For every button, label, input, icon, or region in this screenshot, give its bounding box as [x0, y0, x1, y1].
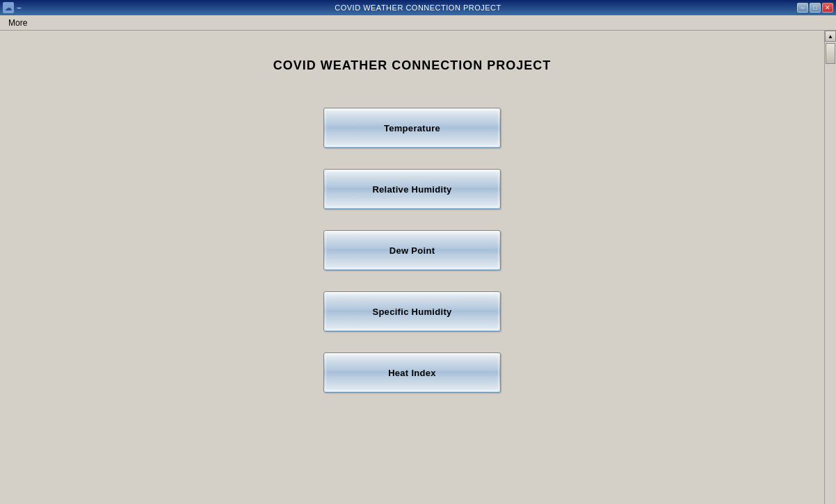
heat-index-button[interactable]: Heat Index — [323, 352, 501, 393]
window-title: COVID WEATHER CONNECTION PROJECT — [335, 3, 501, 12]
title-bar-left: ☁ – — [3, 2, 22, 13]
close-button[interactable]: ✕ — [822, 3, 833, 13]
dew-point-button[interactable]: Dew Point — [323, 230, 501, 270]
title-bar: ☁ – COVID WEATHER CONNECTION PROJECT – □… — [0, 0, 836, 15]
scroll-up-button[interactable]: ▲ — [825, 31, 836, 42]
scroll-thumb[interactable] — [826, 43, 835, 64]
window-controls: – □ ✕ — [797, 3, 833, 13]
main-panel: COVID WEATHER CONNECTION PROJECT Tempera… — [0, 31, 824, 504]
buttons-container: Temperature Relative Humidity Dew Point … — [14, 108, 810, 393]
relative-humidity-button[interactable]: Relative Humidity — [323, 169, 501, 209]
maximize-button[interactable]: □ — [810, 3, 821, 13]
page-title: COVID WEATHER CONNECTION PROJECT — [273, 58, 552, 73]
specific-humidity-button[interactable]: Specific Humidity — [323, 291, 501, 332]
app-icon: ☁ — [3, 2, 14, 13]
title-bar-dash: – — [17, 3, 22, 13]
minimize-button[interactable]: – — [797, 3, 808, 13]
scrollbar: ▲ — [824, 31, 836, 504]
menu-item-more[interactable]: More — [4, 17, 31, 29]
menu-bar: More — [0, 15, 836, 31]
content-area: COVID WEATHER CONNECTION PROJECT Tempera… — [0, 31, 836, 504]
temperature-button[interactable]: Temperature — [323, 108, 501, 148]
